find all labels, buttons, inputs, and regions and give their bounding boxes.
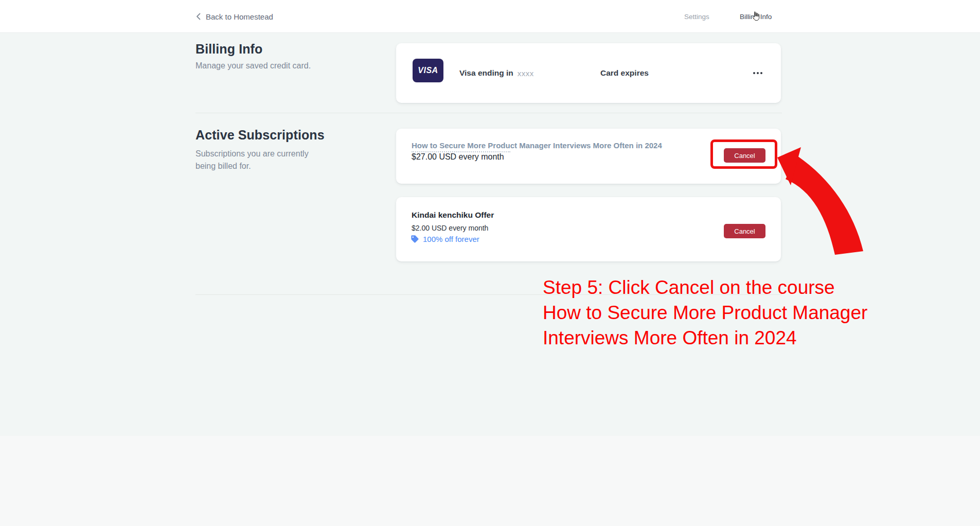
chevron-left-icon <box>196 13 201 20</box>
step-text-line3: Interviews More Often in 2024 <box>543 325 867 350</box>
billing-info-heading: Billing Info <box>195 42 262 57</box>
subscription-offer-price: $2.00 USD every month <box>412 224 488 232</box>
back-link[interactable]: Back to Homestead <box>196 0 273 33</box>
step-text-line2: How to Secure More Product Manager <box>543 300 867 325</box>
card-menu-ellipsis-icon[interactable] <box>747 43 768 103</box>
discount-link[interactable]: 100% off forever <box>411 235 479 243</box>
page-background-lower <box>0 436 980 526</box>
back-link-label: Back to Homestead <box>206 12 273 21</box>
discount-label: 100% off forever <box>423 235 479 243</box>
active-subscriptions-subtitle: Subscriptions you are currently being bi… <box>195 148 319 172</box>
subscription-row-course: How to Secure More Product Manager Inter… <box>396 129 781 184</box>
step-text-line1: Step 5: Click Cancel on the course <box>543 275 867 300</box>
tab-settings[interactable]: Settings <box>684 0 709 33</box>
subscription-course-title-link[interactable]: How to Secure More Product Manager Inter… <box>412 141 662 150</box>
section-divider <box>195 113 782 113</box>
saved-card-panel: VISA Visa ending in xxxx Card expires <box>396 43 781 103</box>
subscription-row-offer: Kindai kenchiku Offer $2.00 USD every mo… <box>396 197 781 261</box>
billing-info-subtitle: Manage your saved credit card. <box>195 60 311 72</box>
subs-subtitle-line2: being billed for. <box>195 160 319 172</box>
card-expires-label: Card expires <box>600 43 649 103</box>
cursor-pointer-icon <box>751 10 761 24</box>
subscription-course-price: $27.00 USD every month <box>412 152 504 162</box>
visa-badge-icon: VISA <box>413 59 443 82</box>
subs-subtitle-line1: Subscriptions you are currently <box>195 148 319 160</box>
tag-icon <box>411 235 419 243</box>
card-ending-group: Visa ending in xxxx <box>459 43 534 103</box>
tab-settings-label: Settings <box>684 13 709 21</box>
top-navbar: Back to Homestead Settings Billing Info <box>0 0 980 33</box>
annotation-step-text: Step 5: Click Cancel on the course How t… <box>543 275 867 350</box>
cancel-course-button[interactable]: Cancel <box>724 148 765 163</box>
cancel-offer-button[interactable]: Cancel <box>724 224 765 238</box>
card-ending-masked: xxxx <box>518 69 534 78</box>
subscription-offer-title[interactable]: Kindai kenchiku Offer <box>412 211 494 220</box>
card-ending-label: Visa ending in <box>459 68 513 78</box>
active-subscriptions-heading: Active Subscriptions <box>195 128 325 143</box>
